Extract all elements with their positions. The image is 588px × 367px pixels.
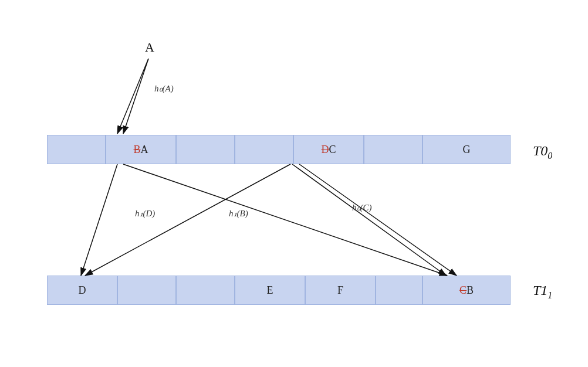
cell-label-d: D xyxy=(79,284,86,297)
input-label-a: A xyxy=(145,40,154,55)
table-row-t1: D E F C B xyxy=(47,276,511,305)
cell-t0-4 xyxy=(235,135,293,164)
cell-label-f: F xyxy=(337,284,343,297)
row-label-t1: T11 xyxy=(533,283,552,301)
cell-label-c: C xyxy=(329,144,336,156)
cell-t0-3 xyxy=(176,135,235,164)
cell-t0-6 xyxy=(364,135,423,164)
cell-t0-1 xyxy=(47,135,106,164)
arrow-h1d-2 xyxy=(85,164,290,276)
cell-t0-2: B A xyxy=(106,135,176,164)
cell-label-b: B xyxy=(467,284,474,297)
arrow-h1b xyxy=(292,164,446,276)
cell-t0-7: G xyxy=(423,135,511,164)
arrow-h0c-2 xyxy=(299,164,457,276)
arrows-svg-2 xyxy=(0,0,588,367)
cell-t1-1: D xyxy=(47,276,117,305)
strikethrough-b: B xyxy=(133,144,140,156)
table-row-t0: B A D C G xyxy=(47,135,511,164)
cell-t1-3 xyxy=(176,276,235,305)
cell-label-e: E xyxy=(267,284,273,297)
arrow-label-h0a: h₀(A) xyxy=(154,83,174,94)
arrow-h0a xyxy=(117,59,148,134)
strikethrough-c: C xyxy=(459,284,467,297)
cell-t0-5: D C xyxy=(293,135,364,164)
arrow-label-h1d: h₁(D) xyxy=(135,208,155,219)
arrow-input-a xyxy=(123,59,148,134)
arrow-label-h1b: h₁(B) xyxy=(229,208,248,219)
cell-label-g: G xyxy=(463,144,471,156)
arrow-h1d xyxy=(81,164,117,276)
cell-label-a: A xyxy=(141,144,148,156)
cell-t1-5: F xyxy=(305,276,376,305)
strikethrough-d: D xyxy=(321,144,329,156)
arrow-label-h0c: h₀(C) xyxy=(352,202,372,213)
cell-t1-2 xyxy=(117,276,176,305)
diagram: A h₀(A) B A D C G T00 xyxy=(0,0,588,367)
cell-t1-6 xyxy=(376,276,423,305)
row-label-t0: T00 xyxy=(533,143,552,161)
arrows-svg xyxy=(0,0,588,367)
cell-t1-7: C B xyxy=(423,276,511,305)
arrow-h1b-2 xyxy=(123,164,447,276)
cell-t1-4: E xyxy=(235,276,305,305)
